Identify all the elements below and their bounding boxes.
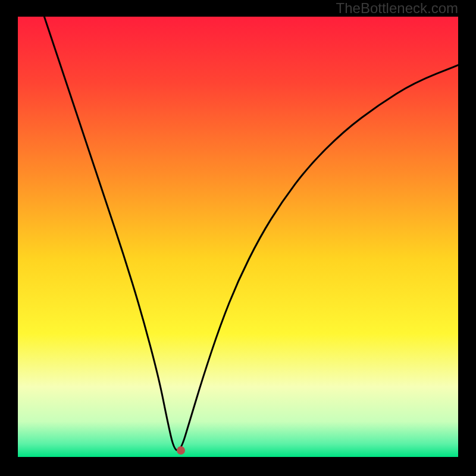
watermark-text: TheBottleneck.com xyxy=(336,0,458,17)
bottleneck-curve xyxy=(18,17,458,457)
plot-area xyxy=(18,17,458,457)
optimal-marker-dot xyxy=(177,446,185,455)
